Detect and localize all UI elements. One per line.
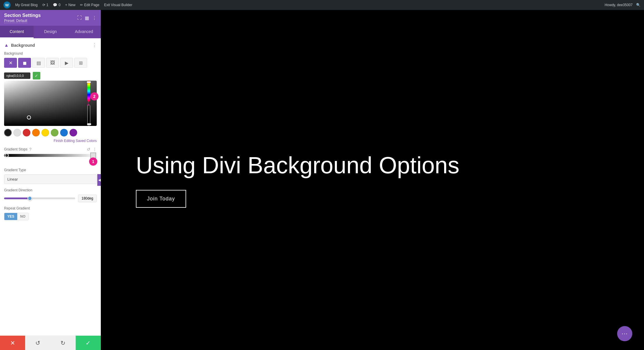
tab-bar: Content Design Advanced (0, 26, 101, 38)
sidebar-collapse-handle[interactable]: ◀▶ (97, 174, 101, 186)
toggle-yes-button[interactable]: YES (4, 213, 17, 220)
color-value-input[interactable]: rgba(0,0,0,0 (4, 72, 30, 79)
new-button[interactable]: + New (65, 3, 75, 7)
opacity-slider-thumb[interactable] (87, 123, 91, 125)
repeat-toggle-row: YES NO (4, 213, 97, 220)
wp-logo-icon[interactable]: W (4, 1, 11, 8)
gradient-direction-label: Gradient Direction (4, 188, 97, 192)
reset-icon[interactable]: ↺ (87, 147, 90, 152)
settings-panel: Section Settings Preset: Default ⛶ ▦ ⋮ C… (0, 10, 101, 350)
gradient-direction-field: Gradient Direction 180deg (4, 188, 97, 202)
color-picker: rgba(0,0,0,0 ✓ (4, 72, 97, 126)
search-icon[interactable]: 🔍 (636, 3, 640, 7)
gradient-type-select[interactable]: Linear Radial (4, 174, 97, 184)
background-field-label: Background (4, 51, 97, 56)
direction-slider[interactable] (4, 197, 75, 199)
comment-icon: 💬 (53, 3, 57, 7)
site-name-label: My Great Blog (15, 3, 38, 7)
hue-slider-thumb[interactable] (87, 81, 91, 83)
color-circle-handle[interactable] (27, 115, 31, 119)
saved-color-3[interactable] (32, 129, 40, 136)
gradient-stops-label: Gradient Stops (4, 147, 27, 151)
undo-button[interactable]: ↺ (25, 336, 50, 350)
stop-handle-left[interactable] (5, 153, 9, 157)
saved-color-2[interactable] (23, 129, 30, 136)
saved-color-1[interactable] (13, 129, 21, 136)
comment-count: 0 (58, 3, 60, 7)
admin-bar: W My Great Blog ⟳ 1 💬 0 + New ✏ Edit Pag… (0, 0, 644, 10)
saved-color-7[interactable] (70, 129, 77, 136)
background-section-header: ▲ Background ⋮ (4, 42, 97, 48)
color-value-row: rgba(0,0,0,0 ✓ (4, 72, 97, 79)
bg-type-color-button[interactable]: ◼ (18, 58, 31, 68)
tab-content[interactable]: Content (0, 26, 34, 38)
direction-row: 180deg (4, 195, 97, 202)
main-layout: Section Settings Preset: Default ⛶ ▦ ⋮ C… (0, 10, 644, 350)
help-icon[interactable]: ? (29, 147, 32, 152)
revision-item[interactable]: ⟳ 1 (42, 3, 49, 7)
edit-page-button[interactable]: ✏ Edit Page (80, 3, 99, 7)
badge-2: 2 (90, 92, 98, 101)
saved-color-4[interactable] (41, 129, 49, 136)
exit-builder-button[interactable]: Exit Visual Builder (104, 3, 132, 7)
pencil-icon: ✏ (80, 3, 83, 7)
gradient-type-label: Gradient Type (4, 168, 97, 172)
gradient-stops-bar: 1 (4, 154, 97, 159)
layout-icon[interactable]: ▦ (85, 15, 89, 21)
collapse-icon[interactable]: ▲ (4, 43, 9, 48)
confirm-button[interactable]: ✓ (76, 336, 101, 350)
finish-editing-link[interactable]: Finish Editing Saved Colors (4, 139, 97, 143)
panel-title: Section Settings (4, 13, 41, 18)
admin-bar-right: Howdy, dee35007 🔍 (605, 3, 640, 7)
fullscreen-icon[interactable]: ⛶ (77, 15, 82, 20)
section-heading-left: ▲ Background (4, 43, 35, 48)
revision-icon: ⟳ (42, 3, 45, 7)
confirm-icon: ✓ (86, 339, 91, 346)
panel-content: ▲ Background ⋮ Background ✕ ◼ ▤ 🖼 ▶ ⊞ (0, 38, 101, 335)
tab-advanced[interactable]: Advanced (67, 26, 101, 38)
page-headline: Using Divi Background Options (136, 153, 459, 178)
cancel-button[interactable]: ✕ (0, 336, 25, 350)
fab-button[interactable]: ··· (617, 326, 632, 341)
saved-color-6[interactable] (60, 129, 68, 136)
redo-button[interactable]: ↻ (51, 336, 76, 350)
redo-icon: ↻ (60, 339, 65, 346)
gradient-track[interactable] (4, 154, 97, 157)
section-more-icon[interactable]: ⋮ (92, 42, 97, 48)
bg-type-video-button[interactable]: ▶ (60, 58, 73, 68)
hue-slider[interactable] (87, 81, 90, 102)
howdy-label: Howdy, dee35007 (605, 3, 633, 7)
repeat-toggle: YES NO (4, 213, 29, 220)
color-gradient-wrapper: 2 ↓ (4, 81, 97, 126)
collapse-arrow-icon: ◀▶ (98, 178, 101, 182)
hue-opacity-sliders (87, 81, 93, 126)
panel-header: Section Settings Preset: Default ⛶ ▦ ⋮ (0, 10, 101, 26)
saved-colors-row (4, 129, 97, 136)
bg-type-none-button[interactable]: ✕ (4, 58, 17, 68)
panel-header-icons: ⛶ ▦ ⋮ (77, 15, 97, 21)
color-gradient-box[interactable] (4, 81, 97, 126)
direction-deg-input[interactable]: 180deg (78, 195, 97, 202)
saved-color-5[interactable] (51, 129, 58, 136)
direction-slider-thumb[interactable] (27, 196, 32, 201)
background-section-title: Background (11, 43, 35, 48)
site-name-link[interactable]: My Great Blog (15, 3, 38, 7)
gradient-stops-icons: ↺ ⋮ (87, 147, 97, 152)
comment-item[interactable]: 💬 0 (53, 3, 60, 7)
more-options-icon[interactable]: ⋮ (92, 15, 97, 21)
opacity-slider[interactable] (87, 105, 90, 126)
repeat-gradient-field: Repeat Gradient YES NO (4, 206, 97, 220)
bg-type-pattern-button[interactable]: ⊞ (74, 58, 87, 68)
color-confirm-button[interactable]: ✓ (33, 72, 40, 79)
saved-color-0[interactable] (4, 129, 12, 136)
join-today-button[interactable]: Join Today (136, 190, 186, 208)
plus-icon: + (65, 3, 67, 7)
toggle-no-button[interactable]: NO (17, 213, 28, 220)
more-stops-icon[interactable]: ⋮ (93, 147, 97, 152)
badge-1: 1 (89, 157, 97, 166)
tab-design[interactable]: Design (34, 26, 67, 38)
preset-label: Preset: Default (4, 19, 41, 23)
bg-type-gradient-button[interactable]: ▤ (32, 58, 45, 68)
page-content: Using Divi Background Options Join Today… (101, 10, 644, 350)
bg-type-image-button[interactable]: 🖼 (46, 58, 59, 68)
